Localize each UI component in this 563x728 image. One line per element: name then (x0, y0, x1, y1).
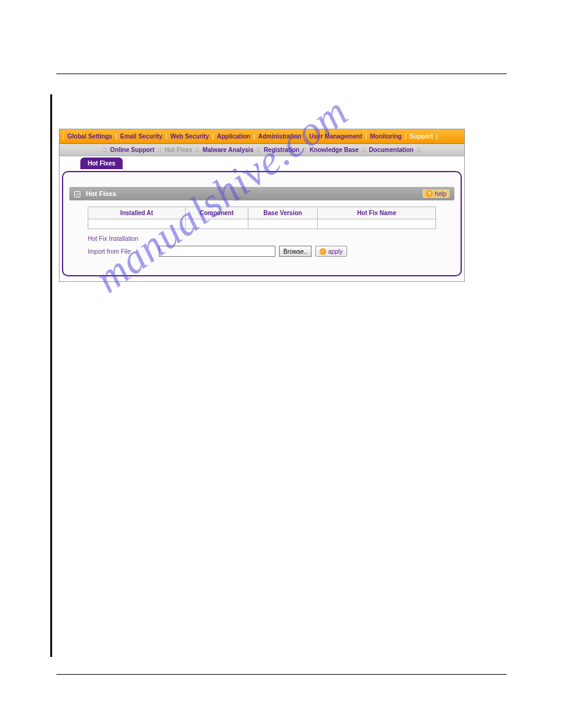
subnav-documentation[interactable]: Documentation (367, 146, 416, 153)
subnav-malware-analysis[interactable]: Malware Analysis (201, 146, 255, 153)
cell-component (185, 219, 248, 229)
page-left-bar (50, 94, 52, 657)
panel-header: − Hot Fixes ? help (69, 187, 454, 200)
col-base-version: Base Version (248, 207, 317, 219)
nav-user-management[interactable]: User Management (307, 133, 364, 140)
apply-label: apply (328, 248, 343, 255)
import-row: Import from File: Browse.. ✓ apply (88, 246, 436, 257)
table-header-row: Installed At Component Base Version Hot … (88, 207, 436, 219)
help-icon: ? (426, 190, 433, 197)
install-title: Hot Fix Installation (88, 235, 436, 242)
subnav-separator: :: (301, 146, 308, 153)
page-bottom-rule (56, 674, 507, 675)
import-file-input[interactable] (159, 246, 275, 257)
check-icon: ✓ (320, 248, 326, 255)
hot-fixes-table: Installed At Component Base Version Hot … (88, 207, 436, 229)
subnav-knowledge-base[interactable]: Knowledge Base (308, 146, 361, 153)
apply-button[interactable]: ✓ apply (315, 246, 347, 257)
nav-web-security[interactable]: Web Security (168, 133, 212, 140)
panel-title-wrap: − Hot Fixes (74, 190, 117, 197)
subnav-separator: :: (194, 146, 201, 153)
tab-hot-fixes[interactable]: Hot Fixes (80, 157, 123, 169)
primary-nav: | Global Settings | Email Security | Web… (59, 129, 464, 144)
nav-email-security[interactable]: Email Security (118, 133, 165, 140)
subnav-separator: :: (255, 146, 262, 153)
nav-administration[interactable]: Administration (256, 133, 304, 140)
nav-separator: | (435, 133, 439, 140)
nav-monitoring[interactable]: Monitoring (367, 133, 404, 140)
cell-base-version (248, 219, 317, 229)
subnav-online-support[interactable]: Online Support (109, 146, 156, 153)
secondary-nav: :: Online Support :: Hot Fixes :: Malwar… (59, 144, 464, 156)
import-label: Import from File: (88, 248, 155, 255)
subnav-registration[interactable]: Registration (262, 146, 301, 153)
subnav-separator: :: (102, 146, 109, 153)
subnav-separator: :: (156, 146, 163, 153)
table-row (88, 219, 436, 229)
subnav-hot-fixes[interactable]: Hot Fixes (163, 146, 194, 153)
cell-hot-fix-name (318, 219, 436, 229)
subnav-separator: :: (361, 146, 367, 153)
nav-application[interactable]: Application (215, 133, 253, 140)
hot-fixes-panel: − Hot Fixes ? help Installed At Componen… (62, 171, 462, 276)
subnav-separator: :: (415, 146, 422, 153)
tab-bar: Hot Fixes (62, 157, 462, 171)
install-section: Hot Fix Installation Import from File: B… (88, 235, 436, 257)
col-installed-at: Installed At (88, 207, 186, 219)
col-component: Component (185, 207, 248, 219)
content-area: Hot Fixes − Hot Fixes ? help Installed A… (59, 157, 464, 281)
app-screenshot: | Global Settings | Email Security | Web… (59, 129, 465, 282)
panel-title: Hot Fixes (86, 190, 117, 197)
cell-installed-at (88, 219, 186, 229)
help-label: help (435, 191, 446, 197)
nav-global-settings[interactable]: Global Settings (65, 133, 115, 140)
browse-button[interactable]: Browse.. (279, 246, 312, 257)
help-button[interactable]: ? help (423, 189, 450, 198)
col-hot-fix-name: Hot Fix Name (318, 207, 436, 219)
page-top-rule (56, 74, 507, 74)
collapse-icon[interactable]: − (74, 191, 80, 197)
nav-support[interactable]: Support (407, 133, 435, 140)
